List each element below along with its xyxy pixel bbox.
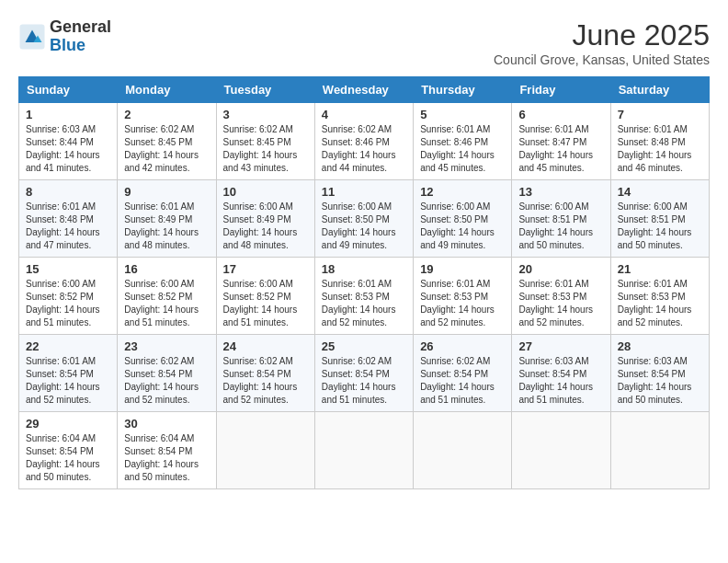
calendar-cell: 23 Sunrise: 6:02 AMSunset: 8:54 PMDaylig… — [118, 335, 216, 412]
calendar-cell: 19 Sunrise: 6:01 AMSunset: 8:53 PMDaylig… — [414, 258, 512, 335]
calendar-week-row: 15 Sunrise: 6:00 AMSunset: 8:52 PMDaylig… — [19, 258, 710, 335]
day-info: Sunrise: 6:00 AMSunset: 8:52 PMDaylight:… — [124, 279, 199, 327]
day-info: Sunrise: 6:00 AMSunset: 8:52 PMDaylight:… — [26, 279, 100, 327]
calendar-cell: 30 Sunrise: 6:04 AMSunset: 8:54 PMDaylig… — [118, 412, 216, 489]
logo-general-text: General — [50, 18, 111, 37]
logo-blue-text: Blue — [50, 37, 111, 55]
day-number: 3 — [223, 108, 308, 121]
calendar-cell: 9 Sunrise: 6:01 AMSunset: 8:49 PMDayligh… — [118, 180, 216, 258]
calendar-cell: 26 Sunrise: 6:02 AMSunset: 8:54 PMDaylig… — [414, 335, 512, 412]
calendar-day-header: Thursday — [414, 77, 512, 103]
page-header: General Blue June 2025 Council Grove, Ka… — [18, 18, 710, 67]
location: Council Grove, Kansas, United States — [494, 52, 710, 67]
day-info: Sunrise: 6:00 AMSunset: 8:49 PMDaylight:… — [223, 201, 298, 250]
day-info: Sunrise: 6:01 AMSunset: 8:49 PMDaylight:… — [124, 201, 199, 250]
calendar-cell: 27 Sunrise: 6:03 AMSunset: 8:54 PMDaylig… — [512, 335, 610, 412]
calendar-cell: 29 Sunrise: 6:04 AMSunset: 8:54 PMDaylig… — [19, 412, 118, 489]
day-number: 18 — [322, 262, 406, 276]
day-number: 4 — [322, 108, 406, 121]
calendar-cell: 6 Sunrise: 6:01 AMSunset: 8:47 PMDayligh… — [512, 103, 610, 180]
calendar-week-row: 29 Sunrise: 6:04 AMSunset: 8:54 PMDaylig… — [19, 412, 710, 489]
calendar-cell: 18 Sunrise: 6:01 AMSunset: 8:53 PMDaylig… — [314, 258, 413, 335]
calendar-cell: 10 Sunrise: 6:00 AMSunset: 8:49 PMDaylig… — [216, 180, 314, 258]
calendar-cell — [414, 412, 512, 489]
day-number: 17 — [223, 262, 308, 276]
day-number: 1 — [26, 108, 110, 121]
day-number: 26 — [420, 339, 505, 353]
calendar-cell: 28 Sunrise: 6:03 AMSunset: 8:54 PMDaylig… — [610, 335, 709, 412]
calendar-cell: 14 Sunrise: 6:00 AMSunset: 8:51 PMDaylig… — [610, 180, 709, 258]
day-number: 27 — [518, 339, 603, 353]
calendar-week-row: 8 Sunrise: 6:01 AMSunset: 8:48 PMDayligh… — [19, 180, 710, 258]
calendar-cell: 11 Sunrise: 6:00 AMSunset: 8:50 PMDaylig… — [314, 180, 413, 258]
calendar-cell: 5 Sunrise: 6:01 AMSunset: 8:46 PMDayligh… — [414, 103, 512, 180]
calendar-cell: 20 Sunrise: 6:01 AMSunset: 8:53 PMDaylig… — [512, 258, 610, 335]
day-info: Sunrise: 6:03 AMSunset: 8:54 PMDaylight:… — [518, 356, 593, 405]
day-info: Sunrise: 6:02 AMSunset: 8:45 PMDaylight:… — [124, 124, 199, 173]
day-number: 28 — [618, 339, 702, 353]
calendar-cell: 22 Sunrise: 6:01 AMSunset: 8:54 PMDaylig… — [19, 335, 118, 412]
day-number: 30 — [124, 417, 209, 431]
day-number: 9 — [124, 185, 209, 199]
calendar-cell — [610, 412, 709, 489]
day-number: 6 — [518, 108, 603, 121]
calendar-day-header: Wednesday — [314, 77, 413, 103]
day-number: 2 — [124, 108, 209, 121]
logo-icon — [18, 23, 46, 51]
calendar-cell: 1 Sunrise: 6:03 AMSunset: 8:44 PMDayligh… — [19, 103, 118, 180]
day-info: Sunrise: 6:03 AMSunset: 8:54 PMDaylight:… — [618, 356, 692, 405]
day-number: 7 — [618, 108, 702, 121]
calendar-day-header: Tuesday — [216, 77, 314, 103]
day-info: Sunrise: 6:01 AMSunset: 8:48 PMDaylight:… — [26, 201, 100, 250]
calendar-cell: 13 Sunrise: 6:00 AMSunset: 8:51 PMDaylig… — [512, 180, 610, 258]
day-number: 24 — [223, 339, 308, 353]
day-number: 5 — [420, 108, 505, 121]
day-number: 21 — [618, 262, 702, 276]
calendar-cell — [314, 412, 413, 489]
logo-text: General Blue — [50, 18, 111, 55]
day-number: 13 — [518, 185, 603, 199]
calendar-day-header: Sunday — [19, 77, 118, 103]
day-info: Sunrise: 6:00 AMSunset: 8:50 PMDaylight:… — [420, 201, 495, 250]
calendar-table: SundayMondayTuesdayWednesdayThursdayFrid… — [18, 76, 710, 489]
day-info: Sunrise: 6:02 AMSunset: 8:54 PMDaylight:… — [322, 356, 396, 405]
calendar-header-row: SundayMondayTuesdayWednesdayThursdayFrid… — [19, 77, 710, 103]
calendar-cell: 2 Sunrise: 6:02 AMSunset: 8:45 PMDayligh… — [118, 103, 216, 180]
calendar-week-row: 22 Sunrise: 6:01 AMSunset: 8:54 PMDaylig… — [19, 335, 710, 412]
day-number: 23 — [124, 339, 209, 353]
calendar-cell: 25 Sunrise: 6:02 AMSunset: 8:54 PMDaylig… — [314, 335, 413, 412]
day-info: Sunrise: 6:01 AMSunset: 8:53 PMDaylight:… — [518, 279, 593, 327]
logo: General Blue — [18, 18, 111, 55]
day-number: 12 — [420, 185, 505, 199]
day-number: 11 — [322, 185, 406, 199]
calendar-cell — [512, 412, 610, 489]
day-number: 8 — [26, 185, 110, 199]
day-number: 19 — [420, 262, 505, 276]
day-info: Sunrise: 6:01 AMSunset: 8:53 PMDaylight:… — [420, 279, 495, 327]
day-info: Sunrise: 6:00 AMSunset: 8:50 PMDaylight:… — [322, 201, 396, 250]
day-info: Sunrise: 6:01 AMSunset: 8:53 PMDaylight:… — [618, 279, 692, 327]
calendar-cell: 21 Sunrise: 6:01 AMSunset: 8:53 PMDaylig… — [610, 258, 709, 335]
calendar-cell: 3 Sunrise: 6:02 AMSunset: 8:45 PMDayligh… — [216, 103, 314, 180]
month-title: June 2025 — [494, 18, 710, 52]
day-info: Sunrise: 6:02 AMSunset: 8:54 PMDaylight:… — [124, 356, 199, 405]
calendar-cell — [216, 412, 314, 489]
day-number: 29 — [26, 417, 110, 431]
calendar-day-header: Saturday — [610, 77, 709, 103]
day-number: 14 — [618, 185, 702, 199]
calendar-cell: 4 Sunrise: 6:02 AMSunset: 8:46 PMDayligh… — [314, 103, 413, 180]
calendar-day-header: Friday — [512, 77, 610, 103]
calendar-cell: 16 Sunrise: 6:00 AMSunset: 8:52 PMDaylig… — [118, 258, 216, 335]
calendar-cell: 15 Sunrise: 6:00 AMSunset: 8:52 PMDaylig… — [19, 258, 118, 335]
calendar-cell: 8 Sunrise: 6:01 AMSunset: 8:48 PMDayligh… — [19, 180, 118, 258]
calendar-cell: 24 Sunrise: 6:02 AMSunset: 8:54 PMDaylig… — [216, 335, 314, 412]
day-info: Sunrise: 6:02 AMSunset: 8:54 PMDaylight:… — [420, 356, 495, 405]
day-number: 22 — [26, 339, 110, 353]
calendar-day-header: Monday — [118, 77, 216, 103]
day-info: Sunrise: 6:04 AMSunset: 8:54 PMDaylight:… — [124, 433, 199, 482]
day-info: Sunrise: 6:01 AMSunset: 8:46 PMDaylight:… — [420, 124, 495, 173]
day-number: 25 — [322, 339, 406, 353]
day-info: Sunrise: 6:00 AMSunset: 8:52 PMDaylight:… — [223, 279, 298, 327]
day-info: Sunrise: 6:01 AMSunset: 8:53 PMDaylight:… — [322, 279, 396, 327]
day-number: 20 — [518, 262, 603, 276]
